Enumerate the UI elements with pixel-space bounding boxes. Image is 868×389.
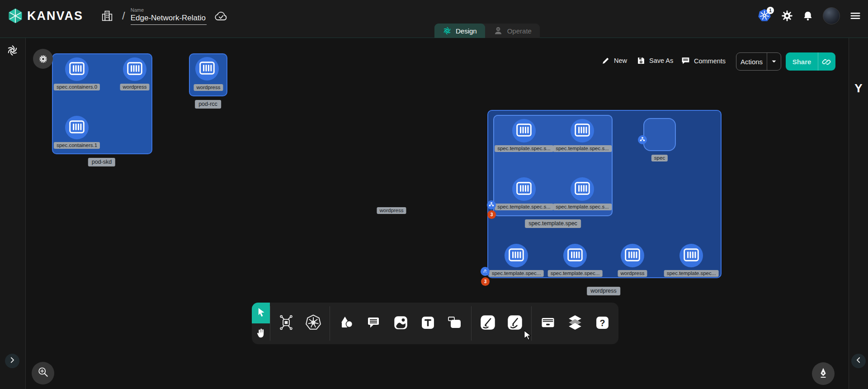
collapse-right-panel-button[interactable]	[851, 354, 866, 368]
group-spec-template-spec[interactable]	[493, 115, 613, 216]
settings-gear-icon[interactable]	[781, 10, 793, 22]
help-tool-button[interactable]: ?	[594, 315, 611, 332]
container-icon	[516, 182, 532, 197]
node-template-container[interactable]	[505, 244, 528, 267]
container-icon	[575, 123, 590, 138]
share-button[interactable]: Share	[786, 52, 835, 71]
y-logo: Y	[849, 81, 868, 95]
hierarchy-icon[interactable]	[487, 200, 496, 209]
node-template-container[interactable]	[512, 119, 536, 142]
node-template-container[interactable]	[679, 244, 703, 267]
new-button-label: New	[614, 57, 627, 64]
image-icon	[393, 315, 409, 332]
question-mark-icon: ?	[595, 315, 610, 332]
labeled-shape-tool-button[interactable]	[446, 315, 463, 332]
node-label: spec.containers.0	[54, 84, 100, 90]
hamburger-menu-icon[interactable]	[849, 9, 862, 22]
expand-left-panel-button[interactable]	[5, 354, 19, 368]
freehand-pencil-icon	[507, 314, 523, 332]
kubernetes-tool-button[interactable]	[305, 315, 322, 332]
text-icon	[420, 315, 435, 332]
node-wordpress-container[interactable]	[621, 244, 644, 267]
drawer-icon	[540, 314, 556, 332]
components-tool-button[interactable]	[278, 315, 295, 332]
share-link-icon[interactable]	[818, 57, 835, 66]
node-template-container[interactable]	[563, 244, 587, 267]
drawer-tool-button[interactable]	[539, 315, 557, 332]
kubernetes-context-button[interactable]: 1	[757, 9, 772, 23]
kanvas-logo[interactable]: KANVAS	[7, 8, 83, 24]
right-sidebar-rail: Y	[849, 38, 868, 389]
group-label-wordpress: wordpress	[587, 287, 620, 295]
breadcrumb-separator: /	[122, 9, 125, 22]
freehand-tool-button[interactable]	[506, 315, 524, 332]
node-template-container[interactable]	[512, 177, 536, 201]
design-flower-icon	[443, 26, 452, 35]
svg-text:?: ?	[599, 318, 605, 327]
image-tool-button[interactable]	[392, 315, 409, 332]
cloud-saved-icon	[214, 10, 228, 22]
pen-nib-icon	[817, 367, 829, 380]
hand-icon	[255, 327, 267, 341]
actions-button-label: Actions	[736, 58, 767, 66]
node-template-container[interactable]	[571, 177, 594, 201]
notifications-bell-icon[interactable]	[802, 10, 814, 22]
layers-tool-button[interactable]	[566, 315, 584, 332]
node-wordpress-container[interactable]	[123, 57, 146, 81]
pen-tool-button[interactable]	[479, 315, 496, 332]
cursor-arrow-icon	[255, 307, 266, 319]
design-name-field[interactable]: Name Edge-Network-Relatio	[131, 7, 207, 25]
node-spec-containers-0[interactable]	[65, 57, 89, 81]
organization-icon[interactable]	[100, 9, 114, 23]
container-icon	[69, 62, 85, 77]
relationship-count-badge[interactable]: 3	[481, 277, 490, 286]
container-icon	[625, 248, 640, 263]
container-icon	[575, 182, 590, 197]
actions-button[interactable]: Actions	[736, 52, 781, 71]
save-floppy-icon	[637, 56, 646, 65]
save-as-button[interactable]: Save As	[637, 56, 673, 65]
layers-icon	[567, 314, 583, 332]
relationship-icon[interactable]	[481, 267, 490, 276]
kanvas-logo-text: KANVAS	[27, 9, 83, 23]
hierarchy-icon[interactable]	[638, 135, 647, 144]
node-template-container[interactable]	[571, 119, 594, 142]
pan-tool-button[interactable]	[252, 323, 270, 344]
magnifier-icon	[37, 366, 49, 380]
design-name-value[interactable]: Edge-Network-Relatio	[131, 13, 207, 25]
kubernetes-wheel-icon	[305, 314, 321, 332]
tab-operate[interactable]: Operate	[485, 24, 540, 38]
canvas-asterisk-button[interactable]	[33, 49, 53, 69]
app-header: KANVAS / Name Edge-Network-Relatio 1 Des…	[0, 0, 868, 38]
relationship-count-badge[interactable]: 3	[487, 210, 496, 219]
node-label: spec.containers.1	[54, 142, 100, 149]
kanvas-hexagon-icon	[7, 8, 24, 24]
left-sidebar-rail	[0, 38, 26, 389]
new-button[interactable]: New	[601, 56, 627, 65]
select-tool-button[interactable]	[252, 303, 270, 323]
comments-button-label: Comments	[694, 57, 726, 65]
comments-button[interactable]: Comments	[681, 56, 726, 66]
canvas-toolbar: ?	[252, 303, 618, 344]
container-icon	[509, 248, 524, 263]
node-label: spec	[651, 155, 668, 161]
zoom-button[interactable]	[32, 362, 54, 384]
node-label: spec.template.spec.s...	[553, 145, 612, 152]
comment-tool-button[interactable]	[365, 315, 382, 332]
container-icon	[127, 62, 142, 77]
node-spec[interactable]	[643, 118, 676, 151]
node-label: spec.template.spec.s...	[553, 204, 612, 210]
shapes-tool-button[interactable]	[338, 315, 355, 332]
chevron-right-icon	[8, 356, 16, 366]
container-icon	[516, 123, 532, 138]
container-icon	[69, 120, 85, 135]
actions-caret-icon[interactable]	[767, 57, 781, 66]
annotate-pen-button[interactable]	[812, 362, 835, 385]
tab-design[interactable]: Design	[434, 24, 485, 38]
node-label: wordpress	[193, 84, 223, 91]
text-tool-button[interactable]	[419, 315, 436, 332]
node-label: wordpress	[377, 207, 406, 214]
node-wordpress-container[interactable]	[195, 57, 219, 81]
user-avatar[interactable]	[823, 7, 840, 24]
node-spec-containers-1[interactable]	[65, 116, 89, 139]
